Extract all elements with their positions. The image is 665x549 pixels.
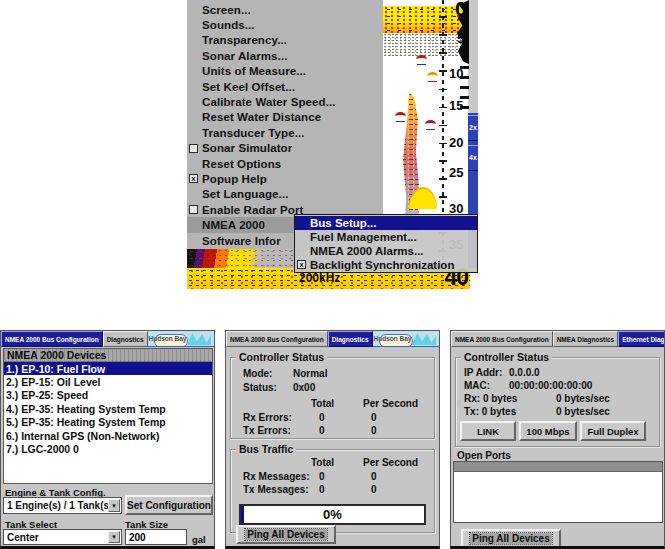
list-title: NMEA 2000 Devices — [4, 349, 212, 362]
fish-arch-icon — [425, 120, 436, 129]
menu-item-transducer-type[interactable]: Transducer Type... — [187, 125, 383, 140]
depth-label: 25 — [449, 165, 463, 180]
tab-nmea-diagnostics[interactable]: NMEA Diagnostics — [553, 331, 619, 347]
group-title: Controller Status — [236, 351, 327, 363]
depth-label: 20 — [449, 135, 463, 150]
engine-tank-config-select[interactable]: 1 Engine(s) / 1 Tank(s) ▼ — [3, 497, 122, 514]
ping-all-devices-button[interactable]: Ping All Devices — [236, 525, 336, 544]
column-header-total: Total — [311, 398, 334, 409]
device-row[interactable]: 1.) EP-10: Fuel Flow — [4, 362, 212, 375]
tab-bus-configuration[interactable]: NMEA 2000 Bus Configuration — [451, 331, 553, 347]
menu-item-sounds[interactable]: Sounds... — [187, 17, 383, 32]
fish-arch-icon — [416, 55, 427, 64]
bus-load-progress-bar: 0% — [239, 504, 426, 525]
tab-diagnostics[interactable]: Diagnostics — [328, 331, 373, 347]
mode-label: Mode: — [243, 368, 272, 379]
tab-bar: NMEA 2000 Bus Configuration Diagnostics … — [1, 331, 214, 347]
menu-item-set-keel-offset[interactable]: Set Keel Offset... — [187, 79, 383, 94]
status-label: Status: — [243, 382, 277, 393]
sonar-menu-screenshot: 0 5 10 15 20 25 30 35 2x 4x Screen... So… — [187, 0, 478, 289]
open-ports-list — [453, 461, 663, 523]
menu-item-sonar-alarms[interactable]: Sonar Alarms... — [187, 48, 383, 63]
submenu-item-bus-setup[interactable]: Bus Setup... — [295, 216, 477, 230]
tab-bus-configuration[interactable]: NMEA 2000 Bus Configuration — [226, 331, 328, 347]
column-header-per-second: Per Second — [363, 398, 418, 409]
map-place-label: Hudson Bay — [374, 335, 412, 342]
zoom-4x-button[interactable]: 4x — [468, 145, 478, 171]
bus-traffic-group: Bus Traffic Total Per Second Rx Messages… — [230, 449, 435, 533]
mode-value: Normal — [293, 368, 327, 379]
menu-item-popup-help[interactable]: x Popup Help — [187, 171, 383, 186]
tab-bus-configuration[interactable]: NMEA 2000 Bus Configuration — [1, 331, 103, 347]
tab-ethernet-diagnostics[interactable]: Ethernet Diagnostics — [618, 331, 665, 347]
tx-rate-value: 0 bytes/sec — [556, 406, 610, 417]
menu-item-reset-water-distance[interactable]: Reset Water Distance — [187, 110, 383, 125]
device-row[interactable]: 6.) Internal GPS (Non-Network) — [4, 429, 212, 442]
menu-item-label: Sonar Simulator — [202, 142, 292, 154]
zoom-2x-button[interactable]: 2x — [468, 115, 478, 141]
ping-all-devices-label: Ping All Devices — [245, 529, 326, 540]
checkbox-icon[interactable] — [189, 205, 198, 214]
speed-button[interactable]: 100 Mbps — [519, 421, 577, 441]
submenu-item-label: Backlight Synchronization — [310, 259, 454, 271]
menu-item-calibrate-water-speed[interactable]: Calibrate Water Speed... — [187, 94, 383, 109]
rx-errors-total: 0 — [319, 412, 325, 423]
sonar-settings-menu: Screen... Sounds... Transparency... Sona… — [187, 0, 383, 249]
map-background: Hudson Bay — [148, 331, 214, 347]
dropdown-arrow-icon[interactable]: ▼ — [108, 499, 120, 512]
tank-select-dropdown[interactable]: Center ▼ — [3, 529, 122, 545]
nmea-2000-submenu: Bus Setup... Fuel Management... NMEA 200… — [294, 214, 478, 273]
map-water-shape — [187, 333, 211, 345]
depth-label: 15 — [449, 98, 463, 113]
checkbox-icon[interactable]: x — [189, 174, 198, 183]
device-row[interactable]: 3.) EP-25: Speed — [4, 389, 212, 402]
set-configuration-button[interactable]: Set Configuration — [125, 495, 213, 515]
menu-item-reset-options[interactable]: Reset Options — [187, 156, 383, 171]
mac-value: 00:00:00:00:00:00 — [509, 380, 592, 391]
checkbox-icon[interactable]: x — [297, 260, 306, 269]
duplex-button[interactable]: Full Duplex — [580, 421, 646, 441]
rx-messages-per-second: 0 — [371, 471, 377, 482]
rx-messages-label: Rx Messages: — [243, 471, 310, 482]
rx-rate-value: 0 bytes/sec — [556, 393, 610, 404]
progress-fill — [241, 506, 244, 523]
map-background: Hudson Bay — [373, 331, 439, 347]
tank-size-unit: gal — [192, 534, 206, 545]
rx-errors-label: Rx Errors: — [243, 412, 292, 423]
fish-arch-icon — [395, 112, 406, 121]
open-ports-label: Open Ports — [457, 450, 511, 461]
checkbox-icon[interactable] — [189, 144, 198, 153]
bus-configuration-panel: NMEA 2000 Bus Configuration Diagnostics … — [0, 330, 215, 549]
menu-item-screen[interactable]: Screen... — [187, 2, 383, 17]
device-row[interactable]: 7.) LGC-2000 0 — [4, 442, 212, 455]
map-place-label: Hudson Bay — [149, 335, 187, 342]
depth-label: 0 — [455, 0, 467, 21]
submenu-item-fuel-management[interactable]: Fuel Management... — [295, 230, 477, 244]
menu-item-label: Popup Help — [202, 173, 267, 185]
submenu-item-nmea-2000-alarms[interactable]: NMEA 2000 Alarms... — [295, 244, 477, 258]
submenu-item-backlight-synchronization[interactable]: x Backlight Synchronization — [295, 258, 477, 272]
dropdown-arrow-icon[interactable]: ▼ — [108, 531, 120, 543]
menu-item-transparency[interactable]: Transparency... — [187, 33, 383, 48]
tank-size-input[interactable] — [125, 529, 187, 545]
device-row[interactable]: 2.) EP-15: Oil Level — [4, 375, 212, 388]
menu-item-label: Enable Radar Port — [202, 204, 303, 216]
device-row[interactable]: 5.) EP-35: Heating System Temp — [4, 416, 212, 429]
ping-all-devices-button[interactable]: Ping All Devices — [461, 529, 561, 548]
menu-item-units-of-measure[interactable]: Units of Measure... — [187, 64, 383, 79]
tab-diagnostics[interactable]: Diagnostics — [103, 331, 148, 347]
menu-item-sonar-simulator[interactable]: Sonar Simulator — [187, 141, 383, 156]
ip-addr-label: IP Addr: — [464, 367, 502, 378]
mac-label: MAC: — [464, 380, 490, 391]
tank-select-value: Center — [7, 532, 39, 543]
tx-errors-total: 0 — [319, 425, 325, 436]
rx-errors-per-second: 0 — [371, 412, 377, 423]
menu-item-set-language[interactable]: Set Language... — [187, 187, 383, 202]
group-title: Bus Traffic — [236, 443, 296, 455]
link-button[interactable]: LINK — [460, 421, 516, 441]
status-value: 0x00 — [293, 382, 315, 393]
engine-tank-config-value: 1 Engine(s) / 1 Tank(s) — [7, 500, 112, 511]
tx-messages-per-second: 0 — [371, 484, 377, 495]
tx-errors-label: Tx Errors: — [243, 425, 291, 436]
device-row[interactable]: 4.) EP-35: Heating System Temp — [4, 402, 212, 415]
